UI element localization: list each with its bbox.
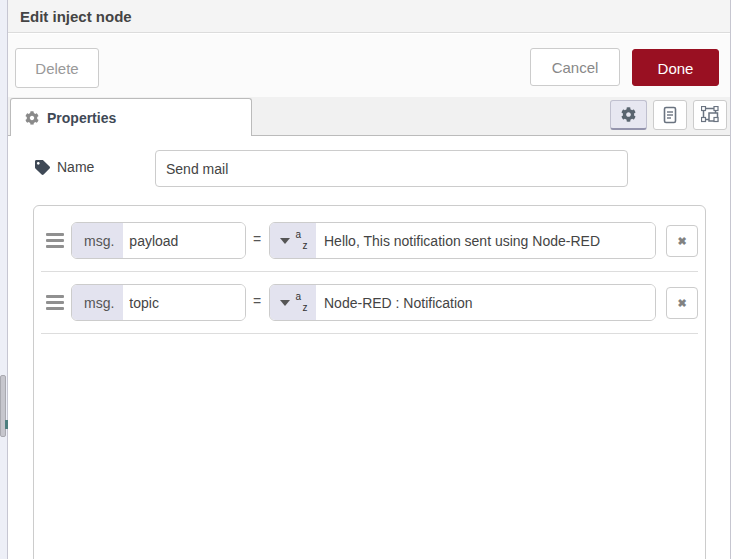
topic-value-field[interactable] [316,285,655,320]
gear-icon [25,111,39,125]
property-key-field[interactable] [123,223,245,258]
type-select-button[interactable]: a z [270,285,316,320]
row-divider [41,333,698,334]
msg-prefix-label: msg. [72,285,123,320]
equals-operator: = [253,293,261,309]
property-row-topic: msg. = a z ✖ [34,284,705,329]
close-icon: ✖ [677,235,686,248]
string-type-icon: a z [296,232,307,250]
dialog-toolbar: Delete Cancel Done [8,34,730,97]
properties-tab-button[interactable] [610,100,647,130]
name-label: Name [35,159,94,175]
tab-properties-label: Properties [47,110,116,126]
tag-icon [35,160,50,175]
chevron-down-icon [280,300,290,306]
object-selection-icon [701,106,720,124]
delete-button[interactable]: Delete [15,48,99,88]
typed-value-input: a z [269,284,656,321]
name-field-row: Name [8,150,730,190]
dialog-header: Edit inject node [8,0,730,33]
chevron-down-icon [280,238,290,244]
document-icon [662,106,678,124]
drag-handle-icon[interactable] [46,233,64,249]
type-select-button[interactable]: a z [270,223,316,258]
equals-operator: = [253,231,261,247]
appearance-tab-button[interactable] [693,100,727,130]
gear-icon [621,107,636,122]
inject-properties-list: msg. = a z ✖ [33,205,706,559]
name-input[interactable] [155,150,628,187]
dialog-title: Edit inject node [20,8,132,25]
tab-properties[interactable]: Properties [10,98,252,136]
property-key-input[interactable]: msg. [71,284,246,321]
description-tab-button[interactable] [653,100,687,130]
msg-prefix-label: msg. [72,223,123,258]
payload-value-field[interactable] [316,223,655,258]
name-label-text: Name [57,159,94,175]
property-key-field[interactable] [123,285,245,320]
row-divider [41,271,698,272]
string-type-icon: a z [296,294,307,312]
workspace-edge [0,0,8,559]
done-button[interactable]: Done [632,49,719,86]
close-icon: ✖ [677,297,686,310]
property-row-payload: msg. = a z ✖ [34,222,705,267]
cancel-button[interactable]: Cancel [530,48,620,86]
drag-handle-icon[interactable] [46,295,64,311]
remove-row-button[interactable]: ✖ [666,225,698,257]
properties-panel: Name msg. = a z [8,136,730,559]
property-key-input[interactable]: msg. [71,222,246,259]
typed-value-input: a z [269,222,656,259]
edit-inject-node-dialog: Edit inject node Delete Cancel Done Prop… [8,0,731,559]
remove-row-button[interactable]: ✖ [666,287,698,319]
